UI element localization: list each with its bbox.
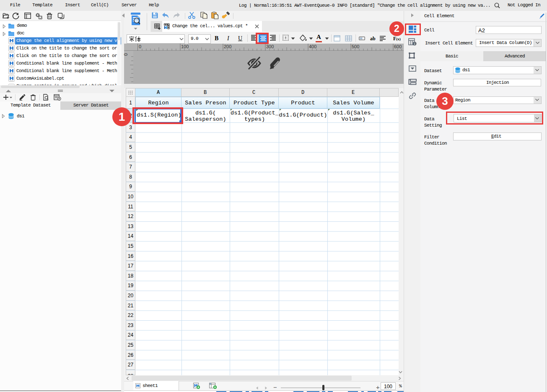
svg-text:i: i [414, 42, 415, 46]
